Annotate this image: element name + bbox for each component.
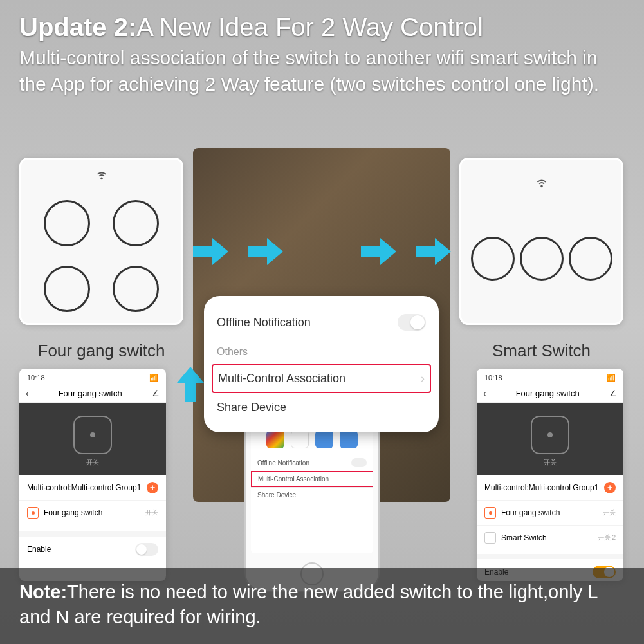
share-device-row[interactable]: Share Device (217, 394, 426, 421)
chevron-right-icon: › (421, 372, 425, 385)
right-switch-label: Smart Switch (459, 341, 623, 361)
offline-notification-row[interactable]: Offline Notification (217, 308, 426, 337)
device-icon (27, 507, 39, 519)
power-button[interactable] (531, 416, 569, 454)
page-title: Update 2:A New Idea For 2 Way Control (19, 13, 625, 42)
phone-offline-row[interactable]: Offline Notification (251, 454, 373, 471)
multi-control-row[interactable]: Multi-Control Association › (212, 364, 431, 393)
arrows-right (361, 238, 451, 265)
edit-icon[interactable]: ∠ (152, 389, 160, 398)
switch-button-1[interactable] (44, 200, 90, 246)
app-header: ‹ Four gang switch ∠ (19, 385, 166, 403)
back-icon[interactable]: ‹ (26, 389, 28, 398)
app-screen-left: 10:18📶 ‹ Four gang switch ∠ 开关 Multi-con… (19, 369, 166, 581)
toggle-icon[interactable] (398, 314, 426, 331)
enable-row[interactable]: Enable (19, 531, 166, 562)
wifi-icon (535, 177, 549, 189)
ifttt-icon[interactable] (315, 430, 333, 448)
left-switch-label: Four gang switch (19, 341, 183, 361)
phone-in-hand: Run and Automation Offline Notification … (244, 405, 399, 585)
multicontrol-group-row[interactable]: Multi-control:Multi-control Group1 + (19, 475, 166, 500)
header: Update 2:A New Idea For 2 Way Control Mu… (0, 0, 644, 104)
device-preview: 开关 (19, 403, 166, 475)
switch-button-1[interactable] (471, 237, 515, 281)
note-footer: Note:There is no need to wire the new ad… (0, 568, 644, 644)
device-icon (484, 532, 496, 544)
device-row-1[interactable]: Four gang switch 开关 (477, 500, 623, 525)
switch-button-4[interactable] (113, 266, 159, 312)
switch-button-2[interactable] (520, 237, 564, 281)
status-bar: 10:18📶 (477, 369, 623, 385)
device-row-2[interactable]: Smart Switch 开关 2 (477, 525, 623, 550)
app-header: ‹ Four gang switch ∠ (477, 385, 623, 403)
signal-icon: 📶 (607, 374, 616, 382)
multicontrol-group-row[interactable]: Multi-control:Multi-control Group1 + (477, 475, 623, 500)
edit-icon[interactable]: ∠ (609, 389, 617, 398)
toggle-off-icon[interactable] (135, 543, 158, 556)
google-assistant-icon[interactable] (266, 430, 284, 448)
google-icon[interactable] (291, 430, 309, 448)
add-icon[interactable]: + (604, 482, 616, 493)
page-subtitle: Multi-control association of the switch … (19, 45, 625, 97)
switch-button-3[interactable] (44, 266, 90, 312)
power-button[interactable] (73, 416, 112, 454)
arrows-left (193, 238, 283, 265)
device-preview: 开关 (477, 403, 623, 475)
device-row[interactable]: Four gang switch 开关 (19, 500, 166, 525)
device-icon (484, 507, 496, 519)
add-icon[interactable]: + (147, 482, 158, 493)
switch-button-2[interactable] (113, 200, 159, 246)
others-section: Others (217, 337, 426, 363)
switch-button-3[interactable] (569, 237, 612, 281)
phone-share-row[interactable]: Share Device (251, 487, 373, 502)
settings-popup: Offline Notification Others Multi-Contro… (204, 296, 439, 432)
arrow-up (177, 367, 204, 405)
app-screen-right: 10:18📶 ‹ Four gang switch ∠ 开关 Multi-con… (477, 369, 623, 581)
phone-device: Run and Automation Offline Notification … (244, 405, 380, 592)
back-icon[interactable]: ‹ (483, 389, 486, 398)
status-bar: 10:18📶 (19, 369, 166, 385)
four-gang-switch-panel (19, 158, 183, 325)
smart-switch-panel (459, 158, 623, 325)
wifi-icon (95, 169, 109, 181)
tmall-genie-icon[interactable] (340, 430, 358, 448)
phone-multicontrol-row[interactable]: Multi-Control Association (251, 471, 373, 487)
signal-icon: 📶 (149, 374, 158, 382)
